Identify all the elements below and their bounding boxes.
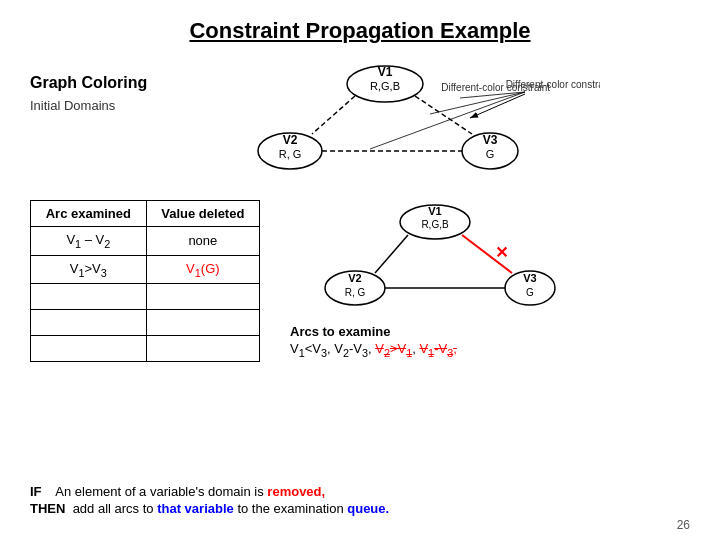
table-row: V1 – V2 none bbox=[31, 227, 260, 256]
value-cell-empty bbox=[146, 310, 259, 336]
right-area: V1 R,G,B V2 R, G V3 G ✕ Arcs to ex bbox=[280, 200, 690, 359]
svg-text:V1: V1 bbox=[428, 205, 441, 217]
svg-line-13 bbox=[470, 94, 525, 118]
svg-text:R,G,B: R,G,B bbox=[421, 219, 449, 230]
page-container: Constraint Propagation Example Graph Col… bbox=[0, 0, 720, 540]
footer-section: IF An element of a variable's domain is … bbox=[30, 484, 690, 518]
if-text: An element of a variable's domain is bbox=[55, 484, 267, 499]
arc-cell: V1 – V2 bbox=[31, 227, 147, 256]
that-variable-text: that variable bbox=[157, 501, 234, 516]
svg-text:V2: V2 bbox=[348, 272, 361, 284]
arc-table: Arc examined Value deleted V1 – V2 none … bbox=[30, 200, 260, 362]
col1-header: Arc examined bbox=[31, 201, 147, 227]
svg-text:Different-color constraint: Different-color constraint bbox=[506, 79, 600, 90]
graph-coloring-label: Graph Coloring bbox=[30, 74, 160, 92]
svg-line-9 bbox=[312, 96, 355, 134]
svg-text:R, G: R, G bbox=[279, 148, 302, 160]
arcs-sequence: V1<V3, V2-V3, V2>V1, V1-V3, bbox=[290, 341, 457, 359]
svg-text:G: G bbox=[526, 287, 534, 298]
value-cell-empty bbox=[146, 336, 259, 362]
value-cell-red: V1(G) bbox=[146, 255, 259, 284]
value-cell-empty bbox=[146, 284, 259, 310]
svg-text:R, G: R, G bbox=[345, 287, 366, 298]
page-number: 26 bbox=[677, 518, 690, 532]
page-title: Constraint Propagation Example bbox=[30, 18, 690, 44]
table-row: V1>V3 V1(G) bbox=[31, 255, 260, 284]
svg-line-28 bbox=[375, 235, 408, 273]
table-row bbox=[31, 310, 260, 336]
removed-text: removed, bbox=[267, 484, 325, 499]
col2-header: Value deleted bbox=[146, 201, 259, 227]
svg-text:V2: V2 bbox=[283, 133, 298, 147]
arcs-to-examine-label: Arcs to examine bbox=[290, 324, 390, 339]
table-row bbox=[31, 336, 260, 362]
then-label: THEN bbox=[30, 501, 65, 516]
bottom-diagram-svg: V1 R,G,B V2 R, G V3 G ✕ bbox=[280, 200, 590, 320]
arc-cell-empty bbox=[31, 284, 147, 310]
svg-text:V3: V3 bbox=[523, 272, 536, 284]
svg-line-16 bbox=[430, 92, 525, 114]
arc-cell-empty bbox=[31, 336, 147, 362]
svg-text:V1: V1 bbox=[378, 65, 393, 79]
initial-domains-label: Initial Domains bbox=[30, 98, 160, 113]
table-area: Arc examined Value deleted V1 – V2 none … bbox=[30, 200, 260, 362]
top-diagram-area: V1 R,G,B V2 R, G V3 G Different-color co… bbox=[170, 56, 600, 186]
svg-line-17 bbox=[370, 92, 525, 149]
left-labels: Graph Coloring Initial Domains bbox=[30, 74, 160, 113]
footer-then-line: THEN add all arcs to that variable to th… bbox=[30, 501, 690, 516]
svg-text:✕: ✕ bbox=[495, 244, 508, 261]
arc-cell: V1>V3 bbox=[31, 255, 147, 284]
value-cell: none bbox=[146, 227, 259, 256]
top-section: Graph Coloring Initial Domains V1 R,G,B … bbox=[30, 56, 690, 186]
queue-text: queue. bbox=[347, 501, 389, 516]
svg-text:G: G bbox=[486, 148, 495, 160]
bottom-section: Arc examined Value deleted V1 – V2 none … bbox=[30, 200, 690, 362]
svg-text:V3: V3 bbox=[483, 133, 498, 147]
svg-text:R,G,B: R,G,B bbox=[370, 80, 400, 92]
then-text1: add all arcs to bbox=[73, 501, 158, 516]
then-text2: to the examination bbox=[237, 501, 347, 516]
arc-cell-empty bbox=[31, 310, 147, 336]
if-label: IF bbox=[30, 484, 42, 499]
footer-if-line: IF An element of a variable's domain is … bbox=[30, 484, 690, 499]
table-row bbox=[31, 284, 260, 310]
top-diagram-svg: V1 R,G,B V2 R, G V3 G Different-color co… bbox=[170, 56, 600, 186]
